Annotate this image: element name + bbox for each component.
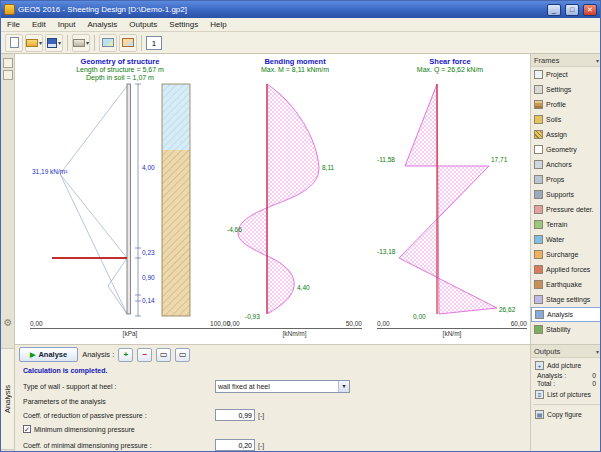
sidebar-item-label: Settings [546,86,571,93]
menu-item-analysis[interactable]: Analysis [81,19,123,30]
wall-type-row: Type of wall - support at heel : wall fi… [23,380,350,393]
list-of-pictures-button[interactable]: ≡ List of pictures [533,389,600,400]
analysis-vertical-tab[interactable]: Analysis [1,348,15,450]
maximize-button[interactable]: □ [565,4,579,16]
sidebar-item-soils[interactable]: Soils [531,112,601,127]
toolbar-separator [67,35,68,51]
geometry-chart-title: Geometry of structure [40,57,200,66]
frames-panel-header: Frames ▾ [531,54,601,67]
geometry-drawing: 31,19 kN/m² 4,00 0,23 0,90 0,14 [30,82,230,320]
edit-tool-icon[interactable] [3,70,13,80]
outputs-divider [533,404,600,405]
open-folder-icon [26,39,38,47]
earth-pressure-outline [60,86,127,314]
sidebar-item-analysis[interactable]: Analysis [531,307,601,322]
printer-icon [73,39,85,47]
minimize-button[interactable]: _ [547,4,561,16]
pressure-icon [534,205,543,214]
copy-figure-icon: ▤ [535,410,544,419]
list-of-pictures-label: List of pictures [547,391,591,398]
menu-item-file[interactable]: File [1,19,26,30]
list-icon: ≡ [535,390,544,399]
collapse-icon[interactable]: ▾ [596,348,599,355]
passive-pressure-row: Coeff. of reduction of passive pressure … [23,409,264,421]
frames-header-label: Frames [534,56,559,65]
scale-line [377,328,527,329]
anchor-icon [534,160,543,169]
remove-analysis-button[interactable]: − [137,348,152,362]
stage-selector[interactable]: 1 [146,36,162,50]
copy-figure-button[interactable]: ▤ Copy figure [533,409,600,420]
sidebar-item-stage-settings[interactable]: Stage settings [531,292,601,307]
add-analysis-button[interactable]: + [118,348,133,362]
geometry-chart-header: Geometry of structure Length of structur… [40,57,200,83]
sidebar-item-earthquake[interactable]: Earthquake [531,277,601,292]
analysis-panel: ▶ Analyse Analysis : + − ▭ ▭ Calculation… [15,344,530,452]
sidebar-item-supports[interactable]: Supports [531,187,601,202]
menu-item-outputs[interactable]: Outputs [123,19,163,30]
menu-item-input[interactable]: Input [52,19,82,30]
sidebar-item-terrain[interactable]: Terrain [531,217,601,232]
moment-scale-min: 0,00 [227,320,240,327]
sidebar-item-pressure-determination[interactable]: Pressure deter. [531,202,601,217]
settings-gear-button[interactable]: ⚙ [1,316,15,330]
sidebar-item-profile[interactable]: Profile [531,97,601,112]
stage-settings-icon [534,295,543,304]
shear-scale-min: 0,00 [377,320,390,327]
sidebar-item-label: Stability [546,326,571,333]
shear-diagram: -11,58 17,71 -13,18 26,62 0,00 [377,82,527,320]
analyse-button[interactable]: ▶ Analyse [19,347,78,362]
open-file-button[interactable]: ▾ [25,34,43,52]
menu-item-settings[interactable]: Settings [163,19,204,30]
sidebar-item-label: Soils [546,116,561,123]
add-picture-button[interactable] [119,34,137,52]
moment-max-value: 8,11 [322,164,335,171]
sidebar-item-label: Pressure deter. [546,206,593,213]
picture-icon [102,38,114,47]
outputs-header-label: Outputs [534,347,560,356]
sidebar-item-stability[interactable]: Stability [531,322,601,337]
app-window: GEO5 2016 - Sheeting Design [D:\Demo-1.g… [0,0,601,452]
sidebar-item-settings[interactable]: Settings [531,82,601,97]
sidebar-item-water[interactable]: Water [531,232,601,247]
moment-tip-value: -0,93 [245,313,260,320]
copy-picture-button[interactable] [99,34,117,52]
sidebar-item-label: Stage settings [546,296,590,303]
select-tool-icon[interactable] [3,58,13,68]
print-button[interactable]: ▾ [72,34,90,52]
total-count-row: Total : 0 [537,380,596,387]
close-button[interactable]: ✕ [583,4,597,16]
chevron-down-icon: ▾ [338,381,349,392]
save-icon [47,38,57,48]
analysis-vertical-tab-label: Analysis [3,385,12,413]
gear-icon [534,85,543,94]
passive-pressure-input[interactable] [215,409,255,421]
sidebar-item-applied-forces[interactable]: Applied forces [531,262,601,277]
passive-pressure-unit: [-] [258,412,264,419]
shear-pos-top-value: 17,71 [491,156,508,163]
wall-type-select[interactable]: wall fixed at heel ▾ [215,380,350,393]
collapse-icon[interactable]: ▾ [596,57,599,64]
menu-item-edit[interactable]: Edit [26,19,52,30]
analysis-count-row: Analysis : 0 [537,372,596,379]
analysis-frame-button-2[interactable]: ▭ [175,348,190,362]
toolbar-separator [141,35,142,51]
menu-item-help[interactable]: Help [204,19,232,30]
sidebar-item-assign[interactable]: Assign [531,127,601,142]
min-dim-pressure-checkbox[interactable]: ✓ [23,425,31,433]
sidebar-item-geometry[interactable]: Geometry [531,142,601,157]
pressure-value-label: 31,19 kN/m² [32,168,68,175]
analysis-frame-button-1[interactable]: ▭ [156,348,171,362]
sidebar-item-props[interactable]: Props [531,172,601,187]
save-button[interactable]: ▾ [45,34,63,52]
min-dim-coeff-input[interactable] [215,439,255,451]
window-title: GEO5 2016 - Sheeting Design [D:\Demo-1.g… [18,5,543,14]
new-file-button[interactable] [5,34,23,52]
water-icon [534,235,543,244]
sidebar-item-surcharge[interactable]: Surcharge [531,247,601,262]
analysis-toolbar-row: ▶ Analyse Analysis : + − ▭ ▭ [19,347,190,362]
add-picture-button[interactable]: + Add picture [533,360,600,371]
total-count-label: Total : [537,380,555,387]
sidebar-item-project[interactable]: Project [531,67,601,82]
sidebar-item-anchors[interactable]: Anchors [531,157,601,172]
